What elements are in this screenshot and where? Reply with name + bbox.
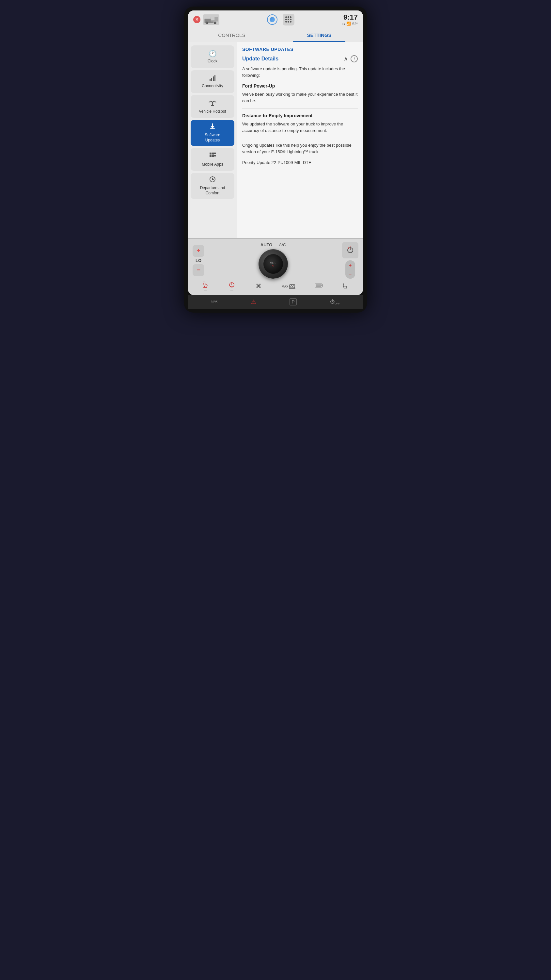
status-center	[267, 14, 294, 25]
svg-rect-24	[210, 155, 211, 156]
volume-knob[interactable]: VOL ⏻	[259, 249, 288, 278]
update-paragraph-4: Ongoing updates like this help you enjoy…	[242, 142, 358, 155]
right-minus[interactable]: −	[349, 271, 352, 277]
tab-controls[interactable]: CONTROLS	[188, 29, 275, 42]
menu-dots-button[interactable]	[283, 14, 294, 25]
svg-rect-25	[212, 155, 213, 156]
temp-lo-label: LO	[195, 258, 202, 263]
power-off-icon[interactable]: ⏻OFF	[330, 299, 340, 305]
bottom-controls: + LO − AUTO A/C VOL ⏻	[188, 238, 363, 295]
heated-steering-button[interactable]	[342, 242, 359, 258]
temp-minus-button[interactable]: −	[192, 264, 204, 276]
header-icons: ∧ i	[344, 55, 358, 62]
sidebar: 🕐 Clock Connectivity	[188, 42, 237, 238]
seat-heat-indicator: —	[204, 288, 207, 292]
svg-text:MAX: MAX	[211, 300, 218, 303]
seat-heat-button[interactable]: —	[202, 281, 209, 292]
departure-comfort-label: Departure and Comfort	[193, 186, 232, 196]
update-paragraph-3: We updated the software on your truck to…	[242, 121, 358, 134]
svg-rect-8	[211, 78, 212, 81]
time-display: 9:17	[342, 13, 358, 22]
divider	[242, 108, 358, 108]
priority-update: Priority Update 22-PU1009-MIL-DTE	[242, 159, 358, 166]
hotspot-icon	[209, 99, 216, 108]
truck-icon[interactable]	[203, 14, 219, 25]
bottom-icons-row: — —	[192, 281, 359, 292]
svg-point-30	[204, 282, 205, 283]
auto-label: AUTO	[260, 242, 273, 247]
status-left: ✕	[193, 14, 219, 25]
divider-2	[242, 138, 358, 138]
screen-inner: ✕	[188, 10, 363, 295]
screen-outer: ✕	[184, 6, 367, 313]
controls-row: + LO − AUTO A/C VOL ⏻	[192, 242, 359, 278]
software-updates-icon	[209, 123, 216, 131]
steering-heat-button[interactable]: —	[228, 281, 235, 292]
status-right: 9:17 ↕₄ 📶 52°	[342, 13, 358, 26]
svg-rect-10	[214, 75, 216, 81]
rear-defrost-button[interactable]: R	[314, 283, 323, 290]
temp-plus-button[interactable]: +	[192, 245, 204, 257]
ac-label: A/C	[279, 242, 286, 247]
signal-icon: ↕₄	[342, 22, 345, 26]
max-defrost-button[interactable]: MAX	[282, 284, 295, 289]
fan-button[interactable]	[254, 282, 263, 291]
departure-comfort-icon	[209, 176, 216, 184]
right-plus[interactable]: +	[349, 262, 352, 268]
connectivity-icon	[209, 75, 216, 82]
temperature-display: 52°	[352, 22, 358, 26]
power-dot: ⏻	[272, 265, 274, 267]
sidebar-item-vehicle-hotspot[interactable]: Vehicle Hotspot	[191, 95, 234, 118]
left-temp-controls: + LO −	[192, 245, 204, 276]
svg-rect-2	[211, 17, 214, 20]
alexa-icon[interactable]	[267, 14, 278, 25]
sidebar-item-connectivity[interactable]: Connectivity	[191, 70, 234, 93]
dots-grid	[285, 16, 292, 22]
svg-text:R: R	[321, 284, 323, 286]
update-details-header: Update Details ∧ i	[242, 55, 358, 62]
vol-label: VOL	[270, 261, 276, 265]
sidebar-item-departure-comfort[interactable]: Departure and Comfort	[191, 173, 234, 199]
clock-icon: 🕐	[209, 50, 217, 57]
svg-rect-26	[214, 155, 216, 156]
software-updates-label: SoftwareUpdates	[205, 133, 220, 143]
section-title: SOFTWARE UPDATES	[242, 47, 358, 52]
update-details-title: Update Details	[242, 56, 278, 62]
vol-label-group: VOL ⏻	[270, 261, 276, 267]
svg-point-6	[214, 22, 216, 24]
update-body: A software update is pending. This updat…	[242, 66, 358, 166]
svg-rect-21	[210, 153, 211, 154]
feature-name-1: Ford Power-Up	[242, 83, 358, 90]
svg-rect-9	[213, 76, 214, 81]
content-area: SOFTWARE UPDATES Update Details ∧ i A so…	[237, 42, 363, 238]
svg-rect-7	[210, 79, 211, 81]
connectivity-label: Connectivity	[202, 84, 223, 89]
center-controls: AUTO A/C VOL ⏻	[259, 242, 288, 278]
tab-settings[interactable]: SETTINGS	[275, 29, 363, 42]
svg-point-4	[206, 22, 208, 24]
tab-bar: CONTROLS SETTINGS	[188, 29, 363, 42]
update-paragraph-2: We've been busy working to make your exp…	[242, 91, 358, 104]
chevron-up-icon[interactable]: ∧	[344, 55, 348, 62]
park-icon[interactable]: P	[289, 298, 296, 305]
hazard-icon[interactable]: ⚠	[251, 298, 256, 305]
close-button[interactable]: ✕	[193, 16, 200, 23]
fan-speed-icon[interactable]: MAX	[211, 299, 218, 305]
vol-inner: VOL ⏻	[264, 254, 283, 274]
sidebar-item-software-updates[interactable]: SoftwareUpdates	[191, 120, 234, 146]
auto-ac-row: AUTO A/C	[260, 242, 286, 247]
info-icon[interactable]: i	[351, 55, 358, 62]
sidebar-item-clock[interactable]: 🕐 Clock	[191, 45, 234, 68]
vehicle-hotspot-label: Vehicle Hotspot	[199, 109, 226, 115]
sidebar-item-mobile-apps[interactable]: Mobile Apps	[191, 148, 234, 171]
alexa-ring	[270, 17, 275, 22]
svg-rect-22	[212, 153, 213, 154]
steering-heat-indicator: —	[230, 288, 233, 292]
update-paragraph-1: A software update is pending. This updat…	[242, 66, 358, 79]
seat-position-button[interactable]	[342, 282, 349, 291]
feature-name-2: Distance-to-Empty Improvement	[242, 112, 358, 119]
clock-label: Clock	[208, 59, 218, 64]
right-controls: + −	[342, 242, 359, 278]
wifi-icon: 📶	[346, 22, 351, 26]
mobile-apps-label: Mobile Apps	[202, 162, 223, 167]
